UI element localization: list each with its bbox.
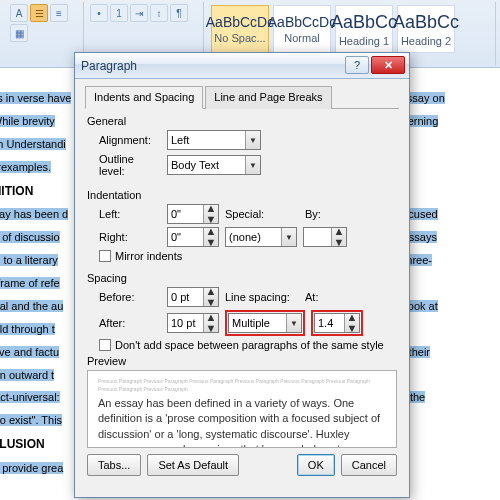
outline-combo[interactable]: Body Text▼: [167, 155, 261, 175]
after-label: After:: [99, 317, 161, 329]
before-label: Before:: [99, 291, 161, 303]
tab-line-breaks[interactable]: Line and Page Breaks: [205, 86, 331, 109]
mirror-checkbox[interactable]: Mirror indents: [99, 250, 399, 262]
numbering-icon[interactable]: 1: [110, 4, 128, 22]
tabs-button[interactable]: Tabs...: [87, 454, 141, 476]
after-spin[interactable]: 10 pt▲▼: [167, 313, 219, 333]
dialog-tabs: Indents and Spacing Line and Page Breaks: [85, 85, 399, 109]
dialog-titlebar[interactable]: Paragraph ? ✕: [75, 53, 409, 79]
style-normal[interactable]: AaBbCcDcNormal: [273, 5, 331, 53]
style-nospacing[interactable]: AaBbCcDcNo Spac...: [211, 5, 269, 53]
chevron-down-icon: ▼: [281, 228, 296, 246]
right-spin[interactable]: 0"▲▼: [167, 227, 219, 247]
tab-indents-spacing[interactable]: Indents and Spacing: [85, 86, 203, 109]
border-icon[interactable]: ▦: [10, 24, 28, 42]
alignment-combo[interactable]: Left▼: [167, 130, 261, 150]
before-spin[interactable]: 0 pt▲▼: [167, 287, 219, 307]
left-label: Left:: [99, 208, 161, 220]
style-heading2[interactable]: AaBbCcHeading 2: [397, 5, 455, 53]
special-combo[interactable]: (none)▼: [225, 227, 297, 247]
dialog-title: Paragraph: [81, 59, 137, 73]
by-spin[interactable]: ▲▼: [303, 227, 347, 247]
by-label: By:: [305, 208, 333, 220]
bullets-icon[interactable]: •: [90, 4, 108, 22]
help-button[interactable]: ?: [345, 56, 369, 74]
font-color-icon[interactable]: A: [10, 4, 28, 22]
highlight-icon[interactable]: ☰: [30, 4, 48, 22]
style-heading1[interactable]: AaBbCcHeading 1: [335, 5, 393, 53]
section-general: General: [87, 115, 399, 127]
left-spin[interactable]: 0"▲▼: [167, 204, 219, 224]
section-indent: Indentation: [87, 189, 399, 201]
at-label: At:: [305, 291, 333, 303]
right-label: Right:: [99, 231, 161, 243]
close-button[interactable]: ✕: [371, 56, 405, 74]
alignment-label: Alignment:: [99, 134, 161, 146]
linespacing-combo[interactable]: Multiple▼: [228, 313, 302, 333]
noadd-checkbox[interactable]: Don't add space between paragraphs of th…: [99, 339, 399, 351]
default-button[interactable]: Set As Default: [147, 454, 239, 476]
chevron-down-icon: ▼: [286, 314, 301, 332]
sort-icon[interactable]: ↕: [150, 4, 168, 22]
section-preview: Preview: [87, 355, 399, 367]
paragraph-dialog: Paragraph ? ✕ Indents and Spacing Line a…: [74, 52, 410, 498]
showpara-icon[interactable]: ¶: [170, 4, 188, 22]
special-label: Special:: [225, 208, 299, 220]
chevron-down-icon: ▼: [245, 131, 260, 149]
preview-pane: Previous Paragraph Previous Paragraph Pr…: [87, 370, 397, 448]
indent-icon[interactable]: ⇥: [130, 4, 148, 22]
section-spacing: Spacing: [87, 272, 399, 284]
linespacing-label: Line spacing:: [225, 291, 299, 303]
ok-button[interactable]: OK: [297, 454, 335, 476]
cancel-button[interactable]: Cancel: [341, 454, 397, 476]
at-spin[interactable]: 1.4▲▼: [314, 313, 360, 333]
align-icon[interactable]: ≡: [50, 4, 68, 22]
chevron-down-icon: ▼: [245, 156, 260, 174]
outline-label: Outline level:: [99, 153, 161, 177]
